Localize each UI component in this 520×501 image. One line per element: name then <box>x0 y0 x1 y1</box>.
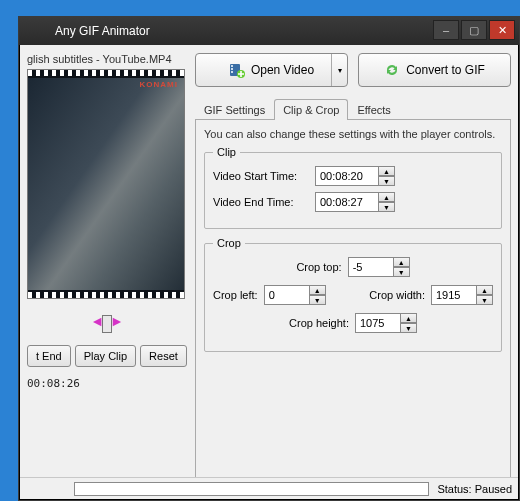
right-pane: Open Video ▾ Convert to GIF GIF Settings… <box>195 53 511 492</box>
crop-height-input[interactable] <box>355 313 401 333</box>
konami-watermark: KONAMI <box>140 80 178 89</box>
end-time-up[interactable]: ▲ <box>379 192 395 202</box>
crop-width-down[interactable]: ▼ <box>477 295 493 305</box>
clip-buttons-row: t End Play Clip Reset <box>27 345 187 367</box>
crop-top-up[interactable]: ▲ <box>394 257 410 267</box>
start-time-up[interactable]: ▲ <box>379 166 395 176</box>
tab-panel: You can also change these settings with … <box>195 120 511 492</box>
minimize-button[interactable]: – <box>433 20 459 40</box>
video-preview[interactable]: KONAMI <box>27 69 185 299</box>
convert-label: Convert to GIF <box>406 63 485 77</box>
start-time-stepper[interactable]: ▲▼ <box>315 166 395 186</box>
current-time: 00:08:26 <box>27 377 187 390</box>
crop-legend: Crop <box>213 237 245 249</box>
crop-group: Crop Crop top: ▲▼ Crop left: ▲▼ <box>204 237 502 352</box>
title-bar[interactable]: Any GIF Animator – ▢ ✕ <box>19 17 519 45</box>
close-button[interactable]: ✕ <box>489 20 515 40</box>
tab-clip-crop[interactable]: Clip & Crop <box>274 99 348 120</box>
open-video-label: Open Video <box>251 63 314 77</box>
film-open-icon <box>229 62 245 78</box>
crop-height-up[interactable]: ▲ <box>401 313 417 323</box>
file-name-label: glish subtitles - YouTube.MP4 <box>27 53 187 65</box>
chevron-down-icon: ▾ <box>338 66 342 75</box>
tab-effects[interactable]: Effects <box>348 99 399 120</box>
end-time-input[interactable] <box>315 192 379 212</box>
window-title: Any GIF Animator <box>55 24 150 38</box>
window-controls: – ▢ ✕ <box>433 20 515 40</box>
crop-left-down[interactable]: ▼ <box>310 295 326 305</box>
progress-bar <box>74 482 429 496</box>
left-pane: glish subtitles - YouTube.MP4 KONAMI ◄ ►… <box>27 53 187 492</box>
slider-thumb[interactable] <box>102 315 112 333</box>
crop-left-up[interactable]: ▲ <box>310 285 326 295</box>
status-text: Status: Paused <box>437 483 512 495</box>
reset-button[interactable]: Reset <box>140 345 187 367</box>
crop-height-label: Crop height: <box>289 317 349 329</box>
panel-hint: You can also change these settings with … <box>204 128 502 140</box>
end-time-down[interactable]: ▼ <box>379 202 395 212</box>
start-time-label: Video Start Time: <box>213 170 309 182</box>
preview-frame <box>28 78 184 290</box>
svg-rect-2 <box>231 68 233 70</box>
clip-group: Clip Video Start Time: ▲▼ Video End Time… <box>204 146 502 229</box>
crop-left-stepper[interactable]: ▲▼ <box>264 285 326 305</box>
crop-width-input[interactable] <box>431 285 477 305</box>
crop-height-stepper[interactable]: ▲▼ <box>355 313 417 333</box>
crop-top-stepper[interactable]: ▲▼ <box>348 257 410 277</box>
end-time-label: Video End Time: <box>213 196 309 208</box>
content-area: glish subtitles - YouTube.MP4 KONAMI ◄ ►… <box>19 45 519 500</box>
crop-left-input[interactable] <box>264 285 310 305</box>
crop-height-down[interactable]: ▼ <box>401 323 417 333</box>
end-marker-icon[interactable]: ► <box>110 313 124 339</box>
clip-legend: Clip <box>213 146 240 158</box>
open-video-dropdown[interactable]: ▾ <box>331 54 347 86</box>
svg-rect-3 <box>231 71 233 73</box>
status-bar: Status: Paused <box>20 477 518 499</box>
set-end-button[interactable]: t End <box>27 345 71 367</box>
start-time-down[interactable]: ▼ <box>379 176 395 186</box>
open-video-button[interactable]: Open Video ▾ <box>195 53 348 87</box>
convert-icon <box>384 62 400 78</box>
crop-top-label: Crop top: <box>296 261 341 273</box>
tab-strip: GIF Settings Clip & Crop Effects <box>195 99 511 120</box>
play-clip-button[interactable]: Play Clip <box>75 345 136 367</box>
start-time-input[interactable] <box>315 166 379 186</box>
tab-gif-settings[interactable]: GIF Settings <box>195 99 274 120</box>
crop-width-label: Crop width: <box>369 289 425 301</box>
trim-slider[interactable]: ◄ ► <box>27 313 187 339</box>
svg-rect-1 <box>231 65 233 67</box>
maximize-button[interactable]: ▢ <box>461 20 487 40</box>
crop-left-label: Crop left: <box>213 289 258 301</box>
action-buttons-row: Open Video ▾ Convert to GIF <box>195 53 511 87</box>
crop-top-down[interactable]: ▼ <box>394 267 410 277</box>
crop-width-stepper[interactable]: ▲▼ <box>431 285 493 305</box>
convert-button[interactable]: Convert to GIF <box>358 53 511 87</box>
app-window: Any GIF Animator – ▢ ✕ glish subtitles -… <box>18 16 520 501</box>
end-time-stepper[interactable]: ▲▼ <box>315 192 395 212</box>
crop-width-up[interactable]: ▲ <box>477 285 493 295</box>
crop-top-input[interactable] <box>348 257 394 277</box>
